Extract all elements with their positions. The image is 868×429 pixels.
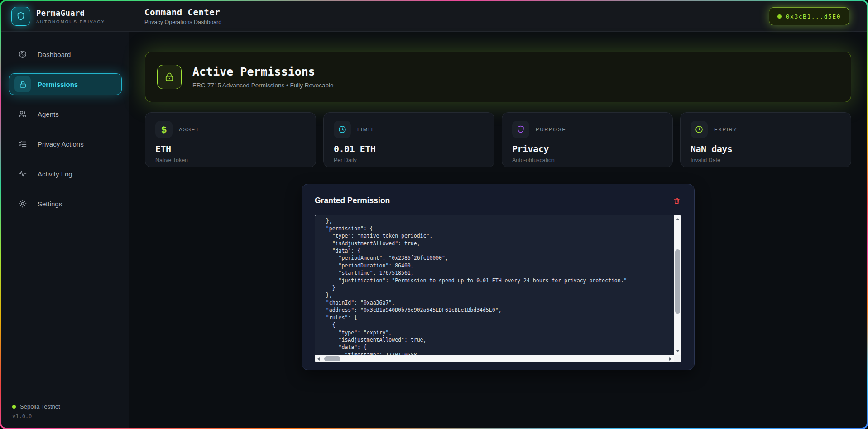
page-title: Command Center [144,7,221,17]
activity-icon [14,166,31,182]
permission-json-code: } }, "permission": { "type": "native-tok… [315,216,674,355]
scroll-up-arrow-icon[interactable] [676,218,680,220]
banner-subtitle: ERC-7715 Advanced Permissions • Fully Re… [192,82,334,89]
scroll-left-arrow-icon[interactable] [317,357,320,361]
wallet-address: 0x3cB1...d5E0 [786,13,841,20]
brand-tagline: AUTONOMOUS PRIVACY [36,19,105,24]
network-status-dot-icon [12,405,16,409]
gear-icon [14,195,31,212]
scroll-right-arrow-icon[interactable] [669,357,671,361]
vertical-scrollbar[interactable] [674,215,681,355]
banner-title: Active Permissions [192,65,334,78]
sidebar-item-privacy-actions[interactable]: Privacy Actions [9,133,122,155]
stat-card-limit: LIMIT 0.01 ETH Per Daily [323,112,494,167]
shield-icon [16,11,26,21]
stat-card-purpose: PURPOSE Privacy Auto-obfuscation [502,112,673,167]
connected-dot-icon [777,14,782,19]
stat-label: PURPOSE [536,127,566,132]
sidebar-item-dashboard[interactable]: Dashboard [9,43,122,65]
stat-card-asset: $ ASSET ETH Native Token [145,112,316,167]
scrollbar-corner [674,355,681,362]
sidebar-item-settings[interactable]: Settings [9,193,122,214]
clock-icon [691,121,708,138]
revoke-permission-button[interactable] [672,196,681,205]
active-permissions-banner: Active Permissions ERC-7715 Advanced Per… [145,52,851,102]
trash-icon [673,197,681,205]
stat-subtext: Auto-obfuscation [512,157,662,163]
sidebar-item-label: Permissions [38,81,78,88]
stat-value: ETH [155,143,306,154]
brand-logo [11,7,30,26]
page-subtitle: Privacy Operations Dashboard [144,19,221,25]
sidebar-footer: Sepolia Testnet v1.0.0 [1,396,129,428]
shield-icon [512,121,529,138]
dollar-icon: $ [155,121,173,138]
stat-subtext: Invalid Date [691,157,841,163]
sidebar-item-permissions[interactable]: Permissions [9,73,122,95]
wallet-address-button[interactable]: 0x3cB1...d5E0 [769,7,849,25]
header: PermaGuard AUTONOMOUS PRIVACY Command Ce… [1,1,867,32]
vertical-scroll-thumb[interactable] [675,249,680,314]
lock-icon [14,76,31,92]
sidebar: Dashboard Permissions [1,32,129,428]
lock-icon [157,65,182,89]
sidebar-item-label: Agents [38,110,59,118]
app-frame: PermaGuard AUTONOMOUS PRIVACY Command Ce… [0,0,868,429]
brand: PermaGuard AUTONOMOUS PRIVACY [1,1,129,31]
stat-label: ASSET [179,127,200,132]
stat-subtext: Per Daily [334,157,484,163]
network-name: Sepolia Testnet [20,403,60,410]
clock-icon [334,121,351,138]
sidebar-item-label: Dashboard [38,51,71,58]
checklist-icon [14,136,31,152]
header-main: Command Center Privacy Operations Dashbo… [129,1,867,31]
permaguard-app: PermaGuard AUTONOMOUS PRIVACY Command Ce… [1,1,867,428]
scroll-down-arrow-icon[interactable] [676,350,680,352]
brand-name: PermaGuard [36,9,105,18]
horizontal-scrollbar[interactable] [315,355,674,362]
stat-value: 0.01 ETH [334,143,484,154]
stat-subtext: Native Token [155,157,306,163]
stat-label: LIMIT [357,127,374,132]
disc-icon [14,46,31,62]
granted-permission-card: Granted Permission } }, [302,184,695,370]
stat-value: NaN days [691,143,841,154]
sidebar-item-label: Settings [38,200,62,208]
stat-card-expiry: EXPIRY NaN days Invalid Date [680,112,851,167]
sidebar-item-label: Privacy Actions [38,140,84,148]
stat-cards: $ ASSET ETH Native Token LIMIT [145,112,851,167]
users-icon [14,106,31,122]
sidebar-item-agents[interactable]: Agents [9,103,122,125]
sidebar-nav: Dashboard Permissions [1,32,129,396]
horizontal-scroll-thumb[interactable] [324,356,340,361]
stat-value: Privacy [512,143,662,154]
granted-permission-title: Granted Permission [315,196,390,205]
sidebar-item-label: Activity Log [38,170,72,178]
stat-label: EXPIRY [714,127,738,132]
app-version: v1.0.0 [12,413,118,419]
sidebar-item-activity-log[interactable]: Activity Log [9,163,122,185]
main-content: Active Permissions ERC-7715 Advanced Per… [129,32,867,428]
permission-json-viewer[interactable]: } }, "permission": { "type": "native-tok… [315,215,681,362]
